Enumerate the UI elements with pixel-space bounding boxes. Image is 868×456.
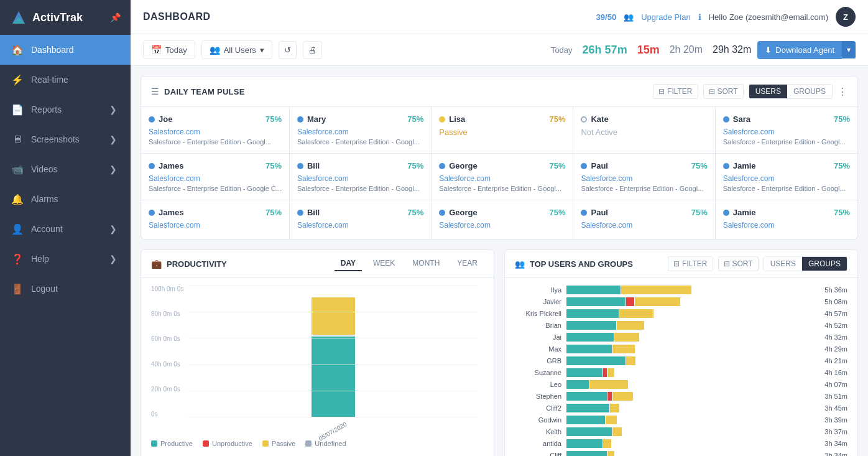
- users-view-btn[interactable]: USERS: [749, 85, 787, 98]
- user-app-link[interactable]: Salesforce.com: [149, 128, 282, 136]
- help-icon: ❓: [10, 251, 25, 266]
- user-app-link[interactable]: Salesforce.com: [439, 221, 565, 230]
- passive-bar: [621, 286, 691, 294]
- pulse-sort-button[interactable]: ⊟ SORT: [703, 84, 744, 99]
- user-card: Bill 75% Salesforce.com: [290, 200, 432, 239]
- top-users-filter-button[interactable]: ⊟ FILTER: [668, 256, 713, 271]
- sidebar-item-screenshots[interactable]: 🖥 Screenshots ❯: [0, 124, 131, 154]
- user-app-link[interactable]: Salesforce.com: [149, 174, 282, 183]
- top-user-row: Max 4h 29m: [515, 345, 847, 353]
- groups-view-btn[interactable]: GROUPS: [787, 85, 832, 98]
- passive-bar: [612, 345, 635, 353]
- passive-bar: [617, 321, 644, 330]
- sidebar-item-account[interactable]: 👤 Account ❯: [0, 214, 131, 244]
- user-pct: 75%: [407, 208, 423, 217]
- user-app-link[interactable]: Salesforce.com: [723, 174, 850, 183]
- user-card-header: James 75%: [149, 208, 282, 217]
- filter-label: FILTER: [667, 87, 692, 96]
- top-user-time: 4h 32m: [823, 333, 847, 341]
- user-dot: [581, 163, 587, 169]
- user-app-link[interactable]: Salesforce.com: [439, 174, 565, 183]
- top-users-header: 👥 TOP USERS AND GROUPS ⊟ FILTER ⊟ SORT U…: [505, 250, 857, 278]
- user-app-link[interactable]: Salesforce.com: [297, 221, 423, 230]
- legend-unproductive: Unproductive: [203, 440, 252, 447]
- top-users-sort-button[interactable]: ⊟ SORT: [718, 256, 759, 271]
- y-axis: 100h 0m 0s 80h 0m 0s 60h 0m 0s 40h 0m 0s…: [151, 286, 187, 417]
- user-app-link[interactable]: Salesforce.com: [297, 174, 423, 183]
- top-user-bars: [566, 356, 820, 365]
- refresh-button[interactable]: ↺: [279, 41, 297, 59]
- productivity-panel: 💼 PRODUCTIVITY DAY WEEK MONTH YEAR 100h …: [141, 249, 494, 456]
- top-user-time: 3h 37m: [823, 428, 847, 435]
- tab-day[interactable]: DAY: [335, 256, 362, 271]
- total-time: 29h 32m: [713, 44, 751, 55]
- user-app-link[interactable]: Salesforce.com: [149, 221, 282, 230]
- top-user-bars: [566, 404, 820, 412]
- user-card: Bill 75% Salesforce.com Salesforce - Ent…: [290, 154, 432, 200]
- user-card-header: Kate: [581, 114, 707, 124]
- productivity-chart: 100h 0m 0s 80h 0m 0s 60h 0m 0s 40h 0m 0s…: [151, 286, 484, 435]
- sidebar-item-reports[interactable]: 📄 Reports ❯: [0, 95, 131, 124]
- date-label: Today: [165, 45, 187, 55]
- upgrade-plan-link[interactable]: Upgrade Plan: [641, 12, 691, 22]
- user-name: Joe: [149, 114, 172, 124]
- print-button[interactable]: 🖨: [303, 41, 322, 59]
- top-groups-btn[interactable]: GROUPS: [802, 257, 847, 271]
- user-app-link[interactable]: Salesforce.com: [723, 221, 850, 230]
- tab-month[interactable]: MONTH: [406, 256, 446, 271]
- user-app-link[interactable]: Salesforce.com: [297, 128, 423, 136]
- user-name: George: [439, 161, 478, 170]
- passive-bar: [635, 297, 680, 306]
- sort-icon-2: ⊟: [724, 259, 730, 268]
- passive-bar: [603, 439, 611, 448]
- download-agent-button[interactable]: ⬇ Download Agent ▾: [757, 41, 856, 59]
- sidebar-item-alarms[interactable]: 🔔 Alarms: [0, 184, 131, 214]
- user-card-header: Jamie 75%: [723, 161, 850, 170]
- main-content: DASHBOARD 39/50 👥 Upgrade Plan ℹ Hello Z…: [131, 0, 868, 456]
- pulse-actions: ⊟ FILTER ⊟ SORT USERS GROUPS ⋮: [653, 84, 847, 99]
- sidebar-label-logout: Logout: [31, 284, 121, 294]
- chart-grid: [188, 286, 478, 417]
- user-app-sub: Salesforce - Enterprise Edition - Googl.…: [149, 138, 282, 146]
- prod-bar: [566, 416, 605, 424]
- pulse-filter-button[interactable]: ⊟ FILTER: [653, 84, 698, 99]
- sidebar-item-logout[interactable]: 🚪 Logout: [0, 274, 131, 304]
- grid-line-6: [188, 417, 478, 417]
- user-pct: 75%: [549, 208, 565, 217]
- user-app-link[interactable]: Salesforce.com: [581, 174, 707, 183]
- passive-bar: [612, 392, 633, 401]
- x-axis: 05/07/2020: [188, 424, 478, 435]
- sidebar-item-help[interactable]: ❓ Help ❯: [0, 244, 131, 274]
- passive-bar: [607, 368, 614, 377]
- top-user-name: Stephen: [515, 393, 561, 400]
- productivity-tabs: DAY WEEK MONTH YEAR: [335, 256, 484, 271]
- user-pct: 75%: [834, 208, 850, 217]
- pin-icon[interactable]: 📌: [110, 12, 121, 22]
- user-app-link[interactable]: Salesforce.com: [581, 221, 707, 230]
- user-name: James: [149, 208, 183, 217]
- sidebar-item-videos[interactable]: 📹 Videos ❯: [0, 154, 131, 184]
- prod-bar: [566, 297, 626, 306]
- top-user-bars: [566, 297, 820, 306]
- prod-bar: [566, 333, 614, 342]
- sort-icon: ⊟: [709, 87, 715, 96]
- grid-line-1: [188, 286, 478, 286]
- today-label: Today: [551, 45, 573, 55]
- more-options-icon[interactable]: ⋮: [838, 86, 847, 98]
- avatar[interactable]: Z: [836, 7, 856, 27]
- date-picker-button[interactable]: 📅 Today: [143, 40, 195, 59]
- prod-bar: [566, 321, 616, 330]
- top-users-btn[interactable]: USERS: [764, 257, 802, 271]
- sidebar-item-realtime[interactable]: ⚡ Real-time: [0, 65, 131, 95]
- users-filter-button[interactable]: 👥 All Users ▾: [201, 40, 272, 59]
- user-name: Bill: [297, 208, 320, 217]
- sidebar-item-dashboard[interactable]: 🏠 Dashboard: [0, 35, 131, 65]
- download-dropdown-arrow[interactable]: ▾: [842, 41, 856, 58]
- x-label: 05/07/2020: [318, 421, 348, 442]
- tab-year[interactable]: YEAR: [451, 256, 484, 271]
- tab-week[interactable]: WEEK: [367, 256, 401, 271]
- prod-bar: [566, 356, 626, 365]
- logo-text: ActivTrak: [32, 11, 83, 24]
- passive-bar: [614, 333, 639, 342]
- user-app-link[interactable]: Salesforce.com: [723, 128, 850, 136]
